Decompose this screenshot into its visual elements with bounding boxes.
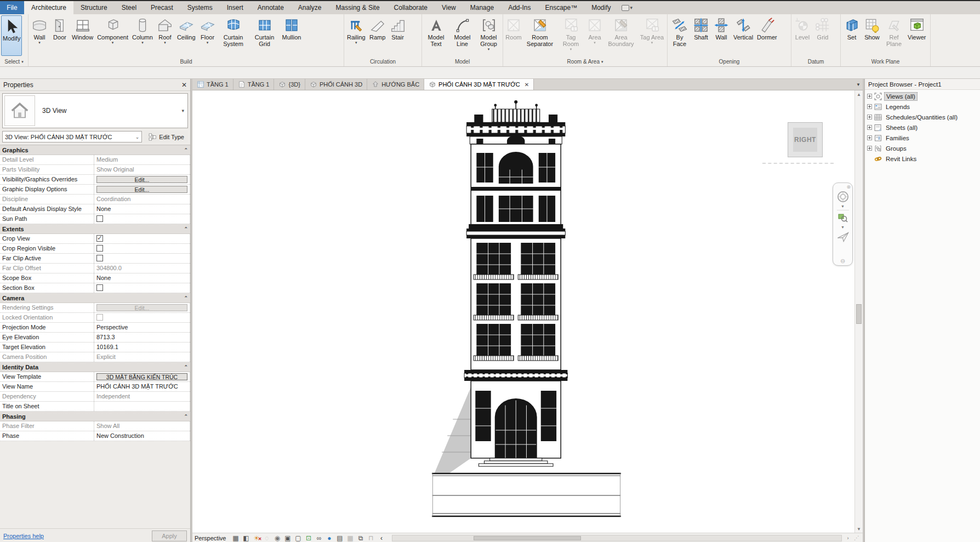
shadows-icon[interactable]: ◌	[263, 534, 271, 542]
prop-row-rendering-settings[interactable]: Rendering SettingsEdit...	[0, 303, 190, 313]
view-scale-label[interactable]: Perspective	[195, 535, 226, 541]
reveal-hidden-elements-icon[interactable]: ●	[325, 534, 333, 542]
view-tab-tang1-sheet[interactable]: TẦNG 1	[233, 79, 275, 90]
zoom-region-icon[interactable]	[836, 212, 850, 225]
scroll-down-icon[interactable]: ▼	[855, 525, 863, 533]
far-clip-checkbox[interactable]	[96, 255, 103, 261]
chevron-down-icon[interactable]: ▼	[841, 225, 845, 229]
resize-grip[interactable]: ⋰	[854, 535, 861, 541]
expand-icon[interactable]	[867, 135, 872, 140]
prop-row-far-clip-offset[interactable]: Far Clip Offset304800.0	[0, 264, 190, 273]
model-canvas[interactable]: RIGHT ⊗ ▼ ▼ ⊖ ▲ ▼	[192, 90, 863, 533]
project-browser-title[interactable]: Project Browser - Project1	[865, 79, 980, 90]
collapse-bar-icon[interactable]: ‹	[377, 534, 385, 542]
scroll-right-icon[interactable]: ›	[844, 535, 852, 541]
viewcube[interactable]: RIGHT	[788, 122, 823, 157]
prop-row-crop-view[interactable]: Crop View	[0, 234, 190, 244]
temporary-view-properties-icon[interactable]: ▤	[335, 534, 344, 542]
tab-enscape[interactable]: Enscape™	[538, 1, 585, 14]
wall-button[interactable]: Wall▾	[30, 15, 49, 45]
vertical-opening-button[interactable]: Vertical	[732, 15, 755, 41]
section-header-graphics[interactable]: Graphics⌃	[0, 145, 190, 155]
crop-view-icon[interactable]: ▣	[283, 534, 292, 542]
tab-annotate[interactable]: Annotate	[250, 1, 291, 14]
close-icon[interactable]: ⊗	[846, 185, 851, 190]
shaft-button[interactable]: Shaft	[691, 15, 711, 41]
tree-item-schedules[interactable]: Schedules/Quantities (all)	[866, 112, 980, 122]
view-template-button[interactable]: 3D MẶT BẰNG KIẾN TRÚC	[96, 373, 187, 380]
room-separator-button[interactable]: Room Separator	[523, 15, 556, 48]
expand-icon[interactable]	[867, 104, 872, 109]
tree-item-legends[interactable]: Legends	[866, 101, 980, 112]
window-button[interactable]: Window	[70, 15, 95, 41]
prop-row-discipline[interactable]: DisciplineCoordination	[0, 195, 190, 204]
tab-systems[interactable]: Systems	[180, 1, 220, 14]
prop-row-target-elevation[interactable]: Target Elevation10169.1	[0, 343, 190, 352]
temporary-hide-isolate-icon[interactable]: ∞	[315, 534, 323, 542]
tab-modify[interactable]: Modify	[584, 1, 618, 14]
tab-steel[interactable]: Steel	[115, 1, 144, 14]
tree-item-views[interactable]: Views (all)	[866, 91, 980, 101]
tab-collaborate[interactable]: Collaborate	[387, 1, 435, 14]
tab-precast[interactable]: Precast	[144, 1, 180, 14]
locked-view-icon[interactable]: ⊡	[304, 534, 312, 542]
curtain-grid-button[interactable]: Curtain Grid	[249, 15, 280, 48]
roof-button[interactable]: Roof▾	[155, 15, 175, 45]
view-tab-phoi-canh-3d-mat-truoc[interactable]: PHỐI CẢNH 3D MẶT TRƯỚC✕	[424, 79, 534, 90]
tab-analyze[interactable]: Analyze	[291, 1, 329, 14]
section-header-camera[interactable]: Camera⌃	[0, 293, 190, 303]
expand-icon[interactable]	[867, 94, 872, 99]
section-header-identity[interactable]: Identity Data⌃	[0, 362, 190, 372]
visual-style-icon[interactable]: ◧	[242, 534, 250, 542]
horizontal-scroll-thumb[interactable]	[474, 536, 581, 540]
fly-paper-plane-icon[interactable]	[836, 230, 850, 244]
view-tab-huong-bac[interactable]: HƯỚNG BẮC	[367, 79, 424, 90]
ribbon-display-toggle[interactable]: ▾	[622, 1, 633, 14]
prop-row-camera-position[interactable]: Camera PositionExplicit	[0, 352, 190, 362]
scale-icon[interactable]: ▦	[231, 534, 240, 542]
horizontal-scrollbar[interactable]	[392, 535, 842, 541]
tab-insert[interactable]: Insert	[220, 1, 250, 14]
reveal-constraints-icon[interactable]: ⊓	[367, 534, 375, 542]
tree-item-sheets[interactable]: Sheets (all)	[866, 122, 980, 133]
minimize-icon[interactable]: ⊖	[840, 258, 845, 264]
scroll-up-icon[interactable]: ▲	[855, 90, 863, 98]
chevron-down-icon[interactable]: ▼	[841, 204, 845, 208]
show-crop-region-icon[interactable]: ▢	[294, 534, 302, 542]
prop-row-view-name[interactable]: View NamePHỐI CẢNH 3D MẶT TRƯỚC	[0, 382, 190, 392]
prop-row-graphic-display[interactable]: Graphic Display OptionsEdit...	[0, 185, 190, 195]
dormer-button[interactable]: Dormer	[755, 15, 779, 41]
prop-row-parts-visibility[interactable]: Parts VisibilityShow Original	[0, 165, 190, 175]
file-menu-button[interactable]: File	[0, 1, 24, 14]
prop-row-vg-overrides[interactable]: Visibility/Graphics OverridesEdit...	[0, 175, 190, 185]
prop-row-detail-level[interactable]: Detail LevelMedium	[0, 155, 190, 165]
crop-view-checkbox[interactable]	[96, 235, 103, 242]
viewcube-face-label[interactable]: RIGHT	[793, 128, 817, 152]
prop-row-far-clip-active[interactable]: Far Clip Active	[0, 254, 190, 264]
model-group-button[interactable]: Model Group▾	[476, 15, 502, 52]
section-header-extents[interactable]: Extents⌃	[0, 224, 190, 234]
close-icon[interactable]: ✕	[525, 82, 529, 88]
door-button[interactable]: Door	[50, 15, 70, 41]
prop-row-scope-box[interactable]: Scope BoxNone	[0, 273, 190, 283]
tree-item-revit-links[interactable]: Revit Links	[866, 153, 980, 164]
type-selector[interactable]: 3D View ▾	[2, 93, 188, 128]
rendering-dialog-icon[interactable]: ◉	[273, 534, 281, 542]
tab-massing-site[interactable]: Massing & Site	[329, 1, 387, 14]
curtain-system-button[interactable]: Curtain System	[218, 15, 249, 48]
prop-row-analysis-style[interactable]: Default Analysis Display StyleNone	[0, 204, 190, 214]
view-tab-tang1-plan[interactable]: TẦNG 1	[192, 79, 233, 90]
apply-button[interactable]: Apply	[152, 530, 187, 541]
mullion-button[interactable]: Mullion	[281, 15, 303, 41]
panel-label-room-area[interactable]: Room & Area▾	[503, 57, 667, 66]
prop-row-dependency[interactable]: DependencyIndependent	[0, 392, 190, 402]
analytical-model-icon[interactable]: ▦	[346, 534, 354, 542]
modify-button[interactable]: Modify	[1, 15, 22, 56]
tab-architecture[interactable]: Architecture	[24, 1, 73, 14]
prop-row-locked-orientation[interactable]: Locked Orientation	[0, 313, 190, 323]
properties-title-bar[interactable]: Properties✕	[0, 79, 190, 91]
floor-button[interactable]: Floor▾	[198, 15, 218, 45]
tree-item-groups[interactable]: Groups	[866, 143, 980, 153]
ceiling-button[interactable]: Ceiling	[175, 15, 197, 41]
type-combo[interactable]: 3D View: PHỐI CẢNH 3D MẶT TRƯỚC⌄	[2, 131, 142, 142]
